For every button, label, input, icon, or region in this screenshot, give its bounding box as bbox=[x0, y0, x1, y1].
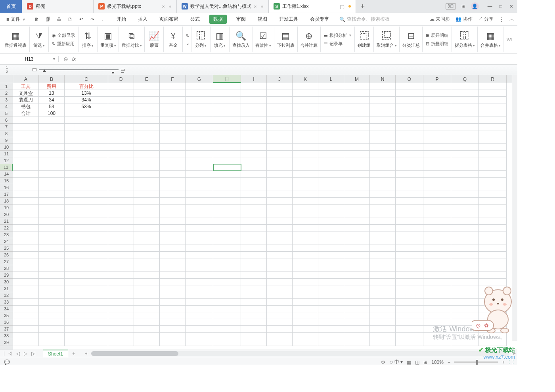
cell-R2[interactable] bbox=[479, 90, 507, 97]
row-header-31[interactable]: 31 bbox=[0, 285, 13, 292]
cell-P21[interactable] bbox=[423, 218, 451, 225]
ribbon-validity[interactable]: ☑有效性▾ bbox=[253, 27, 275, 52]
cell-N27[interactable] bbox=[370, 258, 396, 265]
cell-L19[interactable] bbox=[318, 205, 344, 211]
row-header-36[interactable]: 36 bbox=[0, 319, 13, 326]
cell-B31[interactable] bbox=[39, 285, 65, 292]
cell-Q37[interactable] bbox=[451, 326, 479, 333]
cell-I17[interactable] bbox=[241, 191, 267, 198]
col-header-N[interactable]: N bbox=[370, 75, 396, 83]
cell-O4[interactable] bbox=[396, 103, 423, 110]
cell-H6[interactable] bbox=[213, 117, 241, 124]
cell-D14[interactable] bbox=[108, 171, 134, 178]
cell-D35[interactable] bbox=[108, 312, 134, 319]
cell-O11[interactable] bbox=[396, 151, 423, 157]
cell-R21[interactable] bbox=[479, 218, 507, 225]
ribbon-merge-table[interactable]: ▦合并表格▾ bbox=[478, 27, 503, 52]
ribbon-dropdown-list[interactable]: ▤下拉列表 bbox=[274, 27, 297, 52]
cell-P17[interactable] bbox=[423, 191, 451, 198]
cell-C4[interactable]: 53% bbox=[65, 103, 108, 110]
col-header-Q[interactable]: Q bbox=[451, 75, 479, 83]
cell-K29[interactable] bbox=[293, 272, 318, 279]
cell-Q28[interactable] bbox=[451, 265, 479, 272]
cell-C5[interactable] bbox=[65, 110, 108, 117]
cell-L8[interactable] bbox=[318, 130, 344, 137]
cell-N39[interactable] bbox=[370, 339, 396, 346]
cell-I14[interactable] bbox=[241, 171, 267, 178]
cell-F6[interactable] bbox=[160, 117, 186, 124]
cell-P33[interactable] bbox=[423, 299, 451, 306]
cell-L6[interactable] bbox=[318, 117, 344, 124]
cell-M24[interactable] bbox=[344, 238, 370, 245]
cell-Q29[interactable] bbox=[451, 272, 479, 279]
cell-G8[interactable] bbox=[186, 130, 213, 137]
cell-P19[interactable] bbox=[423, 205, 451, 211]
cell-H29[interactable] bbox=[213, 272, 241, 279]
cell-O7[interactable] bbox=[396, 124, 423, 130]
cell-Q3[interactable] bbox=[451, 97, 479, 103]
fx-icon[interactable]: fx bbox=[72, 56, 76, 62]
sheet-next-icon[interactable]: ▷ bbox=[24, 351, 27, 356]
cell-K13[interactable] bbox=[293, 164, 318, 171]
ribbon-stock[interactable]: 📈股票 bbox=[145, 27, 164, 52]
cell-A32[interactable] bbox=[13, 292, 39, 299]
cell-L38[interactable] bbox=[318, 333, 344, 339]
cell-Q22[interactable] bbox=[451, 225, 479, 231]
cell-E14[interactable] bbox=[134, 171, 160, 178]
cell-E20[interactable] bbox=[134, 211, 160, 218]
cell-I10[interactable] bbox=[241, 144, 267, 151]
cell-F30[interactable] bbox=[160, 279, 186, 285]
undo-icon[interactable]: ↶ bbox=[78, 17, 85, 22]
col-header-B[interactable]: B bbox=[39, 75, 65, 83]
cell-D10[interactable] bbox=[108, 144, 134, 151]
cell-D15[interactable] bbox=[108, 178, 134, 184]
cell-R12[interactable] bbox=[479, 157, 507, 164]
cell-E8[interactable] bbox=[134, 130, 160, 137]
row-header-12[interactable]: 12 bbox=[0, 157, 13, 164]
cell-D36[interactable] bbox=[108, 319, 134, 326]
cell-Q13[interactable] bbox=[451, 164, 479, 171]
sheet-last-icon[interactable]: ▷⎸ bbox=[31, 351, 39, 356]
cell-C34[interactable] bbox=[65, 306, 108, 312]
row-header-9[interactable]: 9 bbox=[0, 137, 13, 144]
cell-I18[interactable] bbox=[241, 198, 267, 205]
cell-Q25[interactable] bbox=[451, 245, 479, 252]
cell-R35[interactable] bbox=[479, 312, 507, 319]
cell-A22[interactable] bbox=[13, 225, 39, 231]
cell-I9[interactable] bbox=[241, 137, 267, 144]
collab-button[interactable]: 👥 协作 bbox=[455, 16, 472, 23]
cell-Q31[interactable] bbox=[451, 285, 479, 292]
cell-G10[interactable] bbox=[186, 144, 213, 151]
cell-I13[interactable] bbox=[241, 164, 267, 171]
cell-H2[interactable] bbox=[213, 90, 241, 97]
cell-N15[interactable] bbox=[370, 178, 396, 184]
cell-F16[interactable] bbox=[160, 184, 186, 191]
cell-F37[interactable] bbox=[160, 326, 186, 333]
cell-O2[interactable] bbox=[396, 90, 423, 97]
tab-pptx[interactable]: P 极光下载站.pptx × ● bbox=[94, 0, 177, 13]
cell-P6[interactable] bbox=[423, 117, 451, 124]
ribbon-sort[interactable]: ⇅排序▾ bbox=[78, 27, 98, 52]
row-header-5[interactable]: 5 bbox=[0, 110, 13, 117]
cell-A5[interactable]: 合计 bbox=[13, 110, 39, 117]
cell-Q9[interactable] bbox=[451, 137, 479, 144]
cell-J23[interactable] bbox=[267, 231, 293, 238]
cell-L39[interactable] bbox=[318, 339, 344, 346]
cell-L10[interactable] bbox=[318, 144, 344, 151]
name-box-dropdown[interactable]: ▾ bbox=[53, 57, 55, 61]
cell-G39[interactable] bbox=[186, 339, 213, 346]
cell-P36[interactable] bbox=[423, 319, 451, 326]
cell-P1[interactable] bbox=[423, 83, 451, 90]
row-header-6[interactable]: 6 bbox=[0, 117, 13, 124]
cell-P15[interactable] bbox=[423, 178, 451, 184]
cell-B35[interactable] bbox=[39, 312, 65, 319]
cell-A14[interactable] bbox=[13, 171, 39, 178]
cell-H35[interactable] bbox=[213, 312, 241, 319]
cell-M29[interactable] bbox=[344, 272, 370, 279]
cell-D37[interactable] bbox=[108, 326, 134, 333]
cell-C31[interactable] bbox=[65, 285, 108, 292]
cell-G29[interactable] bbox=[186, 272, 213, 279]
cell-Q34[interactable] bbox=[451, 306, 479, 312]
cell-B24[interactable] bbox=[39, 238, 65, 245]
cell-R32[interactable] bbox=[479, 292, 507, 299]
